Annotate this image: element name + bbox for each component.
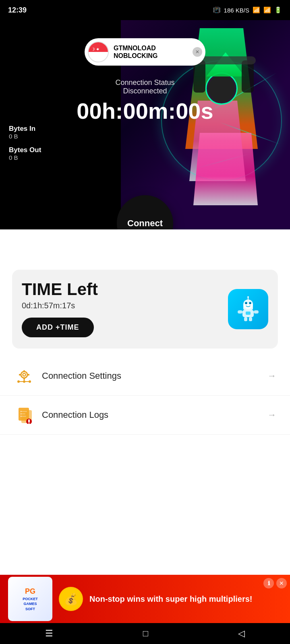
svg-rect-16 — [23, 370, 25, 372]
status-time: 12:39 — [8, 6, 27, 14]
vibrate-icon: 📳 — [213, 6, 221, 14]
bottom-navigation: ☰ □ ◁ — [0, 623, 290, 644]
svg-rect-18 — [19, 374, 21, 376]
time-left-info: TIME Left 0d:1h:57m:17s ADD +TIME — [22, 281, 222, 337]
connection-info: Connection Status Disconnected 00h:00m:0… — [77, 78, 213, 124]
time-countdown: 0d:1h:57m:17s — [22, 301, 222, 310]
server-close-button[interactable]: ✕ — [193, 47, 202, 57]
svg-point-33 — [29, 423, 30, 424]
connection-timer: 00h:00m:00s — [77, 98, 213, 124]
svg-point-15 — [23, 374, 26, 376]
bottom-spacer — [0, 439, 290, 519]
ad-banner[interactable]: PG POCKET GAMES SOFT 💰 Non-stop wins wit… — [0, 575, 290, 623]
flag-sg: ☽ ★ — [88, 41, 109, 62]
server-selector[interactable]: ☽ ★ GTMNOLOAD NOBLOCKING ✕ — [85, 38, 205, 66]
svg-rect-11 — [246, 312, 251, 315]
bytes-in-label: Bytes In — [9, 125, 41, 133]
svg-rect-10 — [254, 310, 259, 314]
conn-status-value: Disconnected — [77, 87, 213, 95]
ad-text: Non-stop wins with super high multiplier… — [89, 594, 282, 604]
svg-rect-13 — [249, 317, 252, 321]
connect-button[interactable]: Connect — [117, 195, 173, 229]
nav-menu-button[interactable]: ☰ — [33, 625, 65, 642]
connection-settings-label: Connection Settings — [42, 371, 267, 381]
robot-icon — [235, 296, 261, 322]
svg-point-5 — [250, 303, 251, 304]
svg-rect-9 — [238, 310, 242, 314]
server-name: GTMNOLOAD NOBLOCKING — [114, 44, 157, 60]
singapore-flag: ☽ ★ — [89, 42, 108, 62]
connection-settings-icon — [15, 367, 33, 385]
bytes-in-value: 0 B — [9, 133, 41, 140]
nav-home-button[interactable]: □ — [131, 625, 160, 642]
connection-settings-icon-wrap — [14, 365, 35, 386]
svg-point-14 — [21, 372, 27, 378]
connection-logs-icon — [15, 406, 33, 424]
connection-logs-icon-wrap — [14, 405, 35, 425]
menu-list: Connection Settings → — [0, 357, 290, 435]
robot-icon-wrap — [228, 289, 268, 329]
ad-pg-logo: PG POCKET GAMES SOFT — [8, 577, 52, 621]
add-time-button[interactable]: ADD +TIME — [22, 318, 94, 337]
hero-section: ☽ ★ GTMNOLOAD NOBLOCKING ✕ Connection St… — [0, 20, 290, 229]
svg-point-4 — [246, 303, 247, 304]
ad-money-icon: 💰 — [59, 587, 83, 611]
bytes-out-value: 0 B — [9, 154, 41, 161]
menu-item-connection-logs[interactable]: Connection Logs → — [0, 396, 290, 435]
svg-rect-19 — [28, 374, 29, 376]
ad-info-button[interactable]: ℹ — [263, 578, 274, 588]
signal-icon2: 📶 — [263, 6, 271, 14]
time-left-title: TIME Left — [22, 281, 222, 298]
main-content: TIME Left 0d:1h:57m:17s ADD +TIME — [0, 229, 290, 519]
connection-settings-arrow: → — [267, 371, 276, 381]
speed-indicator: 186 KB/S — [224, 7, 249, 14]
svg-rect-12 — [244, 317, 247, 321]
conn-status-label: Connection Status — [77, 78, 213, 87]
nav-back-button[interactable]: ◁ — [226, 625, 257, 642]
signal-icon: 📶 — [253, 6, 260, 14]
bytes-info: Bytes In 0 B Bytes Out 0 B — [9, 125, 41, 167]
battery-icon: 🔋 — [274, 6, 282, 14]
connection-logs-arrow: → — [267, 410, 276, 420]
connection-logs-label: Connection Logs — [42, 410, 267, 420]
status-icons: 📳 186 KB/S 📶 📶 🔋 — [213, 6, 282, 14]
bytes-out-label: Bytes Out — [9, 146, 41, 154]
ad-close-button[interactable]: ✕ — [276, 578, 287, 588]
connect-button-wrap: Connect — [117, 195, 173, 229]
status-bar: 12:39 📳 186 KB/S 📶 📶 🔋 — [0, 0, 290, 20]
svg-point-7 — [247, 296, 249, 298]
menu-item-connection-settings[interactable]: Connection Settings → — [0, 357, 290, 396]
time-left-card: TIME Left 0d:1h:57m:17s ADD +TIME — [12, 270, 278, 349]
svg-rect-32 — [28, 419, 30, 422]
